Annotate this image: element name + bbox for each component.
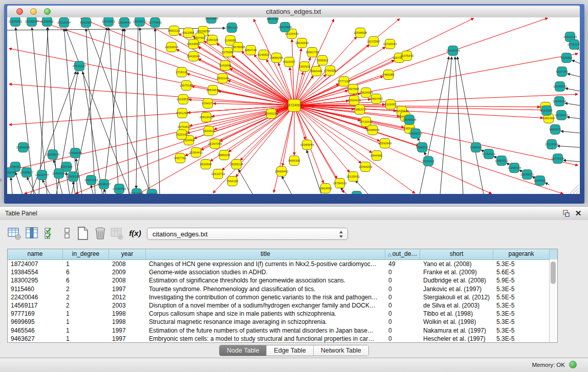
resize-grip-icon[interactable] bbox=[570, 185, 579, 193]
graph-node[interactable]: 8322037 bbox=[283, 57, 295, 67]
table-vertical-scrollbar[interactable] bbox=[549, 259, 557, 342]
graph-node[interactable]: 7594106 bbox=[226, 177, 238, 186]
table-row[interactable]: 911546021997Tourette syndrome. Phenomeno… bbox=[8, 285, 557, 293]
graph-node[interactable]: 7986372 bbox=[354, 105, 366, 115]
graph-node[interactable]: 19975187 bbox=[180, 81, 193, 91]
graph-node[interactable]: 15289044 bbox=[25, 17, 39, 27]
graph-node[interactable]: 7857224 bbox=[226, 23, 238, 33]
graph-node[interactable]: 16210643 bbox=[555, 111, 569, 120]
graph-node[interactable]: 17359934 bbox=[69, 148, 82, 158]
graph-node[interactable]: 21906051 bbox=[9, 17, 23, 27]
graph-node[interactable]: 9634509 bbox=[200, 160, 212, 169]
graph-node[interactable]: 2803144 bbox=[216, 74, 229, 83]
select-checks-icon[interactable] bbox=[43, 226, 57, 240]
graph-node[interactable]: 6497568 bbox=[347, 84, 359, 94]
show-columns-icon[interactable] bbox=[25, 226, 39, 240]
graph-node[interactable]: 9692071 bbox=[549, 125, 561, 135]
table-mode-icon[interactable] bbox=[7, 226, 21, 240]
graph-node[interactable]: 17957253 bbox=[84, 176, 98, 185]
graph-node[interactable]: 8813054 bbox=[267, 17, 279, 24]
graph-node[interactable]: 7625442 bbox=[176, 130, 188, 140]
graph-node[interactable]: 9361296 bbox=[176, 108, 188, 118]
graph-node[interactable]: 12093532 bbox=[553, 82, 567, 92]
graph-node[interactable]: 12125411 bbox=[346, 172, 360, 182]
graph-node[interactable]: 8912954 bbox=[182, 28, 194, 38]
graph-node[interactable]: 8944962 bbox=[371, 151, 383, 161]
table-row[interactable]: 1938455462009Genome-wide association stu… bbox=[8, 268, 557, 276]
graph-node[interactable]: 15592940 bbox=[378, 139, 392, 148]
graph-node[interactable]: 9886038 bbox=[218, 150, 230, 160]
citation-graph[interactable]: 8660123891295418226058982750316543862818… bbox=[7, 17, 580, 194]
graph-node[interactable]: 18495442 bbox=[275, 167, 289, 177]
table-row[interactable]: 1456911722003Disruption of a novel membe… bbox=[8, 301, 557, 310]
graph-node[interactable]: 10193573 bbox=[177, 95, 190, 104]
graph-node[interactable]: 12942757 bbox=[35, 170, 49, 180]
column-header-out_de[interactable]: △out_de… bbox=[385, 249, 420, 259]
graph-node[interactable]: 15483002 bbox=[495, 156, 509, 166]
table-row[interactable]: 946554611997Estimation of the future num… bbox=[8, 326, 557, 335]
graph-node[interactable]: 18839819 bbox=[206, 85, 220, 95]
graph-node[interactable]: 9694300 bbox=[288, 156, 300, 166]
column-header-pagerank[interactable]: pagerank bbox=[493, 249, 550, 259]
graph-node[interactable]: 9990448 bbox=[310, 67, 322, 76]
column-header-name[interactable]: name bbox=[8, 249, 63, 259]
graph-node[interactable]: 15885206 bbox=[270, 53, 284, 63]
column-header-short[interactable]: short bbox=[420, 249, 493, 259]
scrollbar-thumb[interactable] bbox=[551, 261, 556, 284]
table-row[interactable]: 977716911998Corpus callosum shape and si… bbox=[8, 310, 557, 318]
tab-node-table[interactable]: Node Table bbox=[220, 345, 267, 356]
graph-node[interactable]: 12804042 bbox=[118, 18, 132, 28]
graph-node[interactable]: 13824554 bbox=[359, 88, 373, 98]
graph-node[interactable]: 9777169 bbox=[338, 77, 350, 86]
table-row[interactable]: 1830029562008Estimation of significance … bbox=[8, 276, 557, 285]
graph-node[interactable]: 9244502 bbox=[534, 176, 546, 186]
table-row[interactable]: 2242004622012Investigating the contribut… bbox=[8, 293, 557, 301]
table-row[interactable]: 969969511998Structural magnetic resonanc… bbox=[8, 318, 557, 326]
graph-node[interactable]: 9632013 bbox=[422, 157, 434, 166]
graph-node[interactable]: 21367059 bbox=[208, 139, 222, 149]
graph-node[interactable]: 1362615 bbox=[298, 62, 311, 72]
graph-node[interactable]: 10396594 bbox=[508, 163, 521, 173]
network-window-titlebar[interactable]: citations_edges.txt bbox=[7, 6, 580, 18]
graph-node[interactable]: 10773491 bbox=[148, 18, 162, 28]
graph-node[interactable]: 2718126 bbox=[176, 68, 188, 77]
graph-node[interactable]: 8186328 bbox=[206, 35, 219, 45]
graph-node[interactable]: 9541007 bbox=[80, 18, 92, 28]
column-list-icon[interactable] bbox=[60, 226, 75, 240]
graph-node[interactable]: 9275685 bbox=[222, 48, 234, 57]
graph-node[interactable]: 8215953 bbox=[540, 106, 553, 116]
graph-node[interactable]: 16648784 bbox=[446, 46, 460, 56]
function-builder-icon[interactable]: f(x) bbox=[128, 226, 142, 240]
tab-network-table[interactable]: Network Table bbox=[314, 345, 368, 356]
graph-node[interactable]: 9245012 bbox=[146, 189, 158, 194]
graph-node[interactable]: 6794028 bbox=[324, 66, 336, 76]
table-row[interactable]: 1872400712008Changes of HCN gene express… bbox=[8, 260, 557, 268]
graph-node[interactable]: 9227343 bbox=[556, 67, 568, 77]
network-view-canvas[interactable]: 8660123891295418226058982750316543862818… bbox=[7, 17, 580, 194]
graph-node[interactable]: 12215987 bbox=[367, 37, 381, 47]
graph-node[interactable]: 11548908 bbox=[354, 28, 367, 38]
graph-node[interactable]: 15364411 bbox=[189, 148, 203, 158]
graph-node[interactable]: 12764331 bbox=[482, 149, 496, 159]
graph-node[interactable]: 12254544 bbox=[165, 42, 179, 52]
graph-node[interactable]: 18995672 bbox=[133, 17, 147, 27]
graph-node[interactable]: 11156862 bbox=[40, 17, 54, 27]
graph-node[interactable]: 9457791 bbox=[174, 154, 186, 163]
graph-node[interactable]: 20206576 bbox=[46, 150, 60, 160]
new-column-icon[interactable] bbox=[76, 226, 90, 240]
graph-node[interactable]: 9794371 bbox=[202, 99, 214, 108]
graph-node[interactable]: 16649571 bbox=[520, 170, 534, 180]
graph-node[interactable]: 9188563 bbox=[470, 143, 482, 152]
graph-node[interactable]: 20116304 bbox=[57, 18, 71, 28]
table-row[interactable]: 946362711997Embryonic stem cells: a mode… bbox=[8, 335, 557, 343]
graph-node[interactable]: 12610734 bbox=[211, 169, 225, 179]
graph-node[interactable]: 9329966 bbox=[560, 53, 573, 63]
graph-node[interactable]: 13958167 bbox=[97, 180, 111, 189]
graph-node[interactable]: 15549528 bbox=[403, 115, 417, 125]
graph-node[interactable]: 11975343 bbox=[400, 51, 414, 61]
graph-node[interactable]: 17016504 bbox=[545, 140, 559, 149]
graph-node[interactable]: 10969714 bbox=[409, 129, 423, 139]
graph-node[interactable]: 8454749 bbox=[245, 46, 257, 55]
graph-node[interactable]: 20813035 bbox=[200, 113, 213, 122]
graph-node[interactable]: 12923446 bbox=[130, 189, 144, 194]
